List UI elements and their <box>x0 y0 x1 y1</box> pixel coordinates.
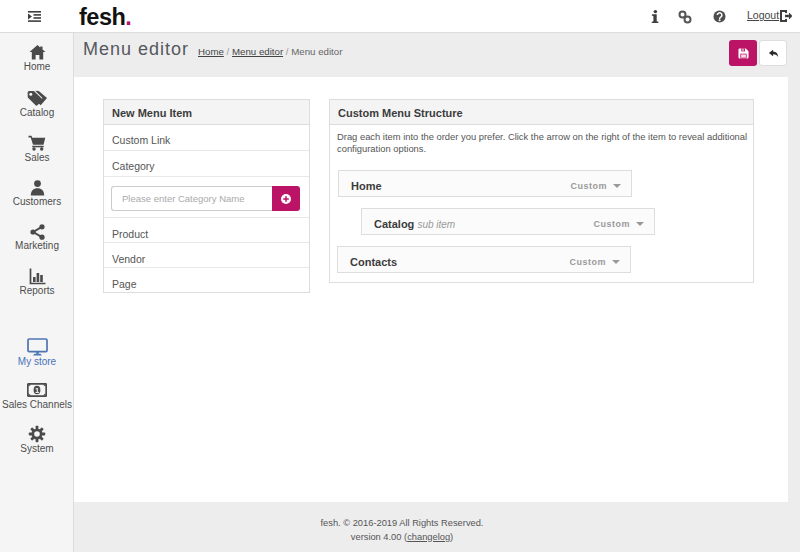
svg-text:1: 1 <box>35 386 39 395</box>
